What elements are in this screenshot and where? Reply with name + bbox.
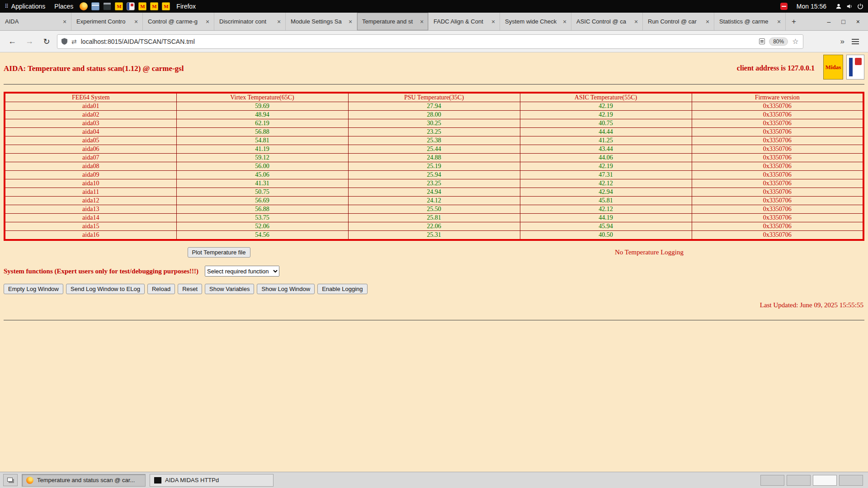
action-button[interactable]: Reload [147,284,175,294]
reload-button[interactable]: ↻ [40,37,53,47]
back-button[interactable]: ← [5,37,19,46]
places-menu[interactable]: Places [50,0,78,13]
taskbar: Temperature and status scan @ car...AIDA… [0,472,868,488]
midas-app-icon[interactable]: M [138,2,146,10]
applications-menu[interactable]: ⠿ Applications [0,0,50,13]
tab-close-icon[interactable]: × [632,18,640,25]
maximize-button[interactable]: □ [841,18,845,25]
column-header: Firmware version [692,93,863,102]
tab-close-icon[interactable]: × [61,18,68,25]
browser-tab[interactable]: Module Settings Sa× [286,13,357,30]
browser-tab[interactable]: AIDA× [0,13,71,30]
window-close-button[interactable]: × [856,18,860,25]
table-row: aida0159.6927.9442.190x3350706 [5,102,863,111]
clock[interactable]: Mon 15:56 [792,0,831,13]
overflow-chevron-icon[interactable]: » [839,37,846,46]
tab-close-icon[interactable]: × [347,18,354,25]
cell-asic: 42.12 [520,179,692,188]
hamburger-menu-icon[interactable] [852,39,859,40]
tab-close-icon[interactable]: × [275,18,283,25]
terminal-icon [154,477,161,483]
navigation-toolbar: ← → ↻ ⇄ localhost:8015/AIDA/TSCAN/TSCAN.… [0,31,868,52]
tab-close-icon[interactable]: × [561,18,568,25]
workspace-cell[interactable] [760,475,784,486]
cell-firmware: 0x3350706 [692,162,863,171]
function-select[interactable]: Select required function [205,266,279,277]
top-bar-right: Mon 15:56 [780,0,868,13]
cell-system: aida06 [5,145,176,154]
workspace-cell[interactable] [813,475,837,486]
minimize-button[interactable]: – [827,18,831,25]
url-text[interactable]: localhost:8015/AIDA/TSCAN/TSCAN.tml [81,38,755,45]
column-header: FEE64 System [5,93,176,102]
taskbar-task[interactable]: Temperature and status scan @ car... [22,474,146,487]
browser-tab[interactable]: Run Control @ car× [643,13,714,30]
active-app-label[interactable]: Firefox [172,0,200,13]
institute-logo [846,55,864,80]
browser-tab[interactable]: Temperature and st× [357,13,429,30]
plot-temperature-button[interactable]: Plot Temperature file [188,247,250,258]
terminal-app-icon[interactable] [103,2,111,10]
tab-close-icon[interactable]: × [490,18,497,25]
tracking-shield-icon[interactable] [61,38,67,45]
tab-close-icon[interactable]: × [775,18,783,25]
reader-mode-icon[interactable] [759,38,765,44]
user-status-icon[interactable] [835,3,842,9]
zoom-level-badge[interactable]: 80% [769,38,788,46]
cell-system: aida12 [5,197,176,205]
system-functions-label: System functions (Expert users only for … [4,267,198,275]
tab-close-icon[interactable]: × [418,18,425,25]
show-desktop-button[interactable] [3,474,18,486]
tab-close-icon[interactable]: × [132,18,140,25]
action-button[interactable]: Empty Log Window [4,284,63,294]
browser-tab[interactable]: Statistics @ carme× [714,13,786,30]
tab-close-icon[interactable]: × [204,18,211,25]
notification-icon[interactable] [780,3,788,10]
workspace-cell[interactable] [787,475,811,486]
tab-close-icon[interactable]: × [704,18,711,25]
files-app-icon[interactable] [91,2,99,10]
cell-firmware: 0x3350706 [692,128,863,136]
workspace-cell[interactable] [839,475,863,486]
action-button[interactable]: Show Log Window [257,284,315,294]
forward-button[interactable]: → [23,37,36,46]
cell-system: aida05 [5,136,176,145]
action-button[interactable]: Send Log Window to ELog [66,284,145,294]
browser-tab[interactable]: Discriminator cont× [214,13,286,30]
cell-firmware: 0x3350706 [692,111,863,119]
taskbar-task[interactable]: AIDA MIDAS HTTPd [150,474,274,487]
cell-virtex: 41.19 [176,145,348,154]
cell-system: aida16 [5,231,176,240]
table-row: aida1150.7524.9442.940x3350706 [5,188,863,197]
cell-psu: 23.25 [348,128,520,136]
site-info-icon[interactable]: ⇄ [71,38,77,45]
power-icon[interactable] [857,3,863,9]
firefox-launcher-icon[interactable] [80,2,88,10]
app-icon[interactable] [127,2,135,10]
browser-tab[interactable]: ASIC Control @ ca× [571,13,643,30]
browser-tab[interactable]: Experiment Contro× [71,13,143,30]
action-button[interactable]: Show Variables [205,284,254,294]
cell-psu: 24.94 [348,188,520,197]
browser-tab[interactable]: Control @ carme-g× [143,13,214,30]
cell-psu: 22.06 [348,222,520,231]
action-button[interactable]: Reset [178,284,202,294]
tab-label: FADC Align & Cont [434,18,490,25]
bookmark-star-icon[interactable]: ☆ [792,37,798,46]
cell-psu: 24.88 [348,154,520,162]
table-row: aida1453.7525.8144.190x3350706 [5,214,863,222]
midas-app-icon[interactable]: M [162,2,170,10]
cell-asic: 43.44 [520,145,692,154]
url-bar[interactable]: ⇄ localhost:8015/AIDA/TSCAN/TSCAN.tml 80… [57,34,803,49]
action-button[interactable]: Enable Logging [317,284,367,294]
browser-tab[interactable]: FADC Align & Cont× [429,13,500,30]
volume-icon[interactable] [846,3,853,9]
new-tab-button[interactable]: + [786,13,802,30]
cell-psu: 25.44 [348,145,520,154]
midas-app-icon[interactable]: M [115,2,123,10]
cell-virtex: 54.81 [176,136,348,145]
table-row: aida0248.9428.0042.190x3350706 [5,111,863,119]
browser-tab[interactable]: System wide Check× [500,13,571,30]
midas-app-icon[interactable]: M [150,2,158,10]
cell-firmware: 0x3350706 [692,171,863,179]
